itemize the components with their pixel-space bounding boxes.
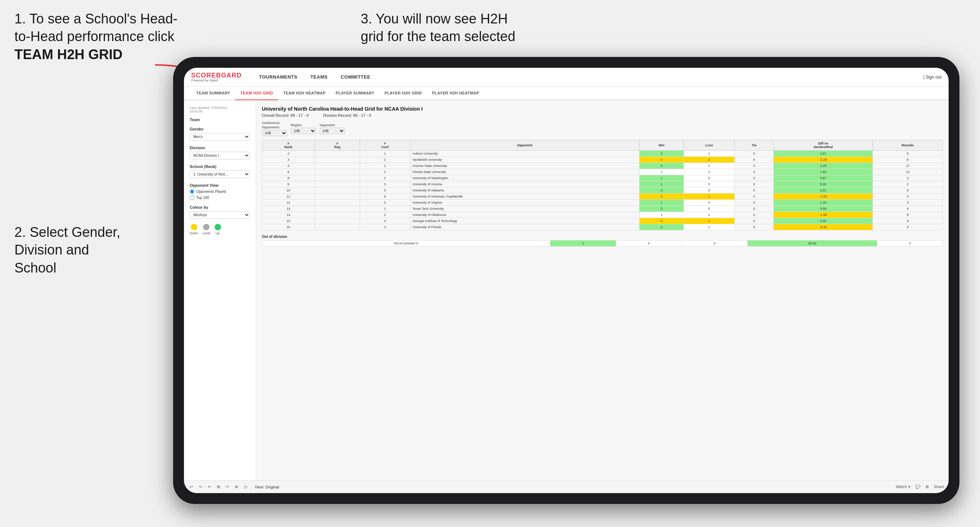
division-select[interactable]: NCAA Division I [190,152,250,159]
tab-player-h2h-heatmap[interactable]: PLAYER H2H HEATMAP [427,87,484,100]
cell-diff: 2.29 [774,163,873,169]
cell-rank: 8 [262,175,315,181]
ann1-line1: 1. To see a School's Head- [14,11,177,26]
bottom-toolbar: ↩ ↪ ↩ ⊞ ✂ ⊕ ◷ View: Original Watch ▾ 💬 ⊞… [184,480,949,493]
cell-tie: 0 [735,194,774,200]
toolbar-btn-5[interactable]: ✂ [224,484,231,490]
redo-button[interactable]: ↪ [197,484,204,490]
nav-items: TOURNAMENTS TEAMS COMMITTEE [253,68,923,87]
opponent-view-label: Opponent View [190,183,250,187]
timestamp: Last Updated: 27/03/2024 16:55:38 [190,106,250,113]
cell-tie: 0 [735,181,774,187]
table-row: 14 2 University of Oklahoma 1 2 0 -1.00 … [262,212,943,218]
table-row: 16 3 University of Florida 3 1 0 -6.42 9 [262,224,943,230]
toolbar-btn-4[interactable]: ⊞ [215,484,221,490]
comment-button[interactable]: 💬 [915,484,921,489]
cell-loss: 1 [684,194,735,200]
annotation-2: 2. Select Gender, Division and School [14,224,121,277]
conference-filter-label: Conference [262,121,287,125]
school-select[interactable]: 1. University of Nort... [190,170,250,178]
tab-player-summary[interactable]: PLAYER SUMMARY [331,87,379,100]
division-record: Division Record: 88 - 17 - 0 [323,113,371,117]
radio-top-100[interactable]: Top 100 [190,195,250,200]
share-button[interactable]: Share [934,484,944,489]
opponent-select[interactable]: (All) [320,128,345,134]
toolbar-btn-3[interactable]: ↩ [206,484,212,490]
cell-tie: 0 [735,169,774,175]
cell-opponent: Vanderbilt University [410,157,640,163]
cell-tie: 0 [735,200,774,206]
cell-loss: 1 [684,218,735,224]
cell-conf: 2 [360,157,410,163]
cell-opponent: University of Arkansas, Fayetteville [410,194,640,200]
cell-conf: 1 [360,206,410,212]
gender-select[interactable]: Men's [190,133,250,141]
cell-win: 1 [640,175,684,181]
colour-select[interactable]: Win/loss [190,211,250,219]
cell-opponent: Arizona State University [410,163,640,169]
cell-loss: 2 [684,169,735,175]
table-row: 4 1 Arizona State University 5 1 0 2.29 … [262,163,943,169]
radio-opponents-played[interactable]: Opponents Played [190,189,250,194]
school-section: School (Rank) 1. University of Nort... [190,164,250,178]
tab-team-h2h-grid[interactable]: TEAM H2H GRID [235,87,278,100]
toolbar-btn-6[interactable]: ⊕ [233,484,240,490]
cell-diff: 1.67 [774,151,873,157]
table-row: 10 5 University of Alabama 3 0 0 2.61 8 [262,187,943,194]
tab-player-h2h-grid[interactable]: PLAYER H2H GRID [379,87,427,100]
cell-diff: 9.00 [774,181,873,187]
ann1-line2: to-Head performance click [14,29,175,44]
cell-win: 0 [640,194,684,200]
tab-team-h2h-heatmap[interactable]: TEAM H2H HEATMAP [278,87,331,100]
out-of-division: Out of division NCAA Division II 1 0 0 2… [262,235,943,246]
cell-opponent: Florida State University [410,169,640,175]
tablet-screen: SCOREBOARD Powered by clippd TOURNAMENTS… [184,68,949,493]
cell-reg [315,212,360,218]
share-settings-button[interactable]: ⊞ [926,484,929,489]
opponents-select[interactable]: (All) [262,130,287,136]
cell-diff: 2.61 [774,187,873,194]
cell-tie: 0 [735,212,774,218]
cell-conf: 1 [360,151,410,157]
radio-group: Opponents Played Top 100 [190,189,250,200]
overall-record: Overall Record: 89 - 17 - 0 [262,113,309,117]
cell-rank: 9 [262,181,315,187]
table-row: 3 2 Vanderbilt University 0 4 0 -2.29 8 [262,157,943,163]
table-row: 12 3 University of Virginia 1 0 0 2.33 3 [262,200,943,206]
ann1-bold: TEAM H2H GRID [14,47,123,62]
cell-rank: 10 [262,187,315,194]
cell-rank: 14 [262,212,315,218]
col-conf: #Conf [360,140,410,151]
cell-reg [315,157,360,163]
nav-tournaments[interactable]: TOURNAMENTS [253,68,304,87]
down-dot [191,224,197,230]
cell-loss: 1 [684,224,735,230]
table-row: 15 4 Georgia Institute of Technology 0 1… [262,218,943,224]
opponent-label: Opponent [320,123,345,127]
up-dot [215,224,221,230]
cell-loss: 1 [684,163,735,169]
gender-section: Gender Men's [190,127,250,141]
cell-rank: 12 [262,200,315,206]
cell-conf: 5 [360,187,410,194]
cell-reg [315,206,360,212]
cell-reg [315,175,360,181]
region-select[interactable]: (All) [291,128,316,134]
undo-button[interactable]: ↩ [188,484,194,490]
toolbar-btn-7[interactable]: ◷ [242,484,249,490]
out-div-tie: 0 [682,240,747,246]
colour-label: Colour by [190,205,250,210]
opponents-filter-label: Opponents: [262,125,287,129]
table-row: 13 1 Texas Tech University 3 0 0 5.56 9 [262,206,943,212]
cell-loss: 0 [684,200,735,206]
watch-button[interactable]: Watch ▾ [896,484,910,489]
col-reg: #Reg [315,140,360,151]
nav-teams[interactable]: TEAMS [304,68,334,87]
cell-conf: 3 [360,181,410,187]
nav-committee[interactable]: COMMITTEE [334,68,377,87]
cell-rounds: 8 [873,187,943,194]
cell-diff: -4.33 [774,194,873,200]
sign-out-button[interactable]: | Sign out [923,75,942,80]
tab-team-summary[interactable]: TEAM SUMMARY [191,87,235,100]
legend-down: Down [190,224,198,235]
